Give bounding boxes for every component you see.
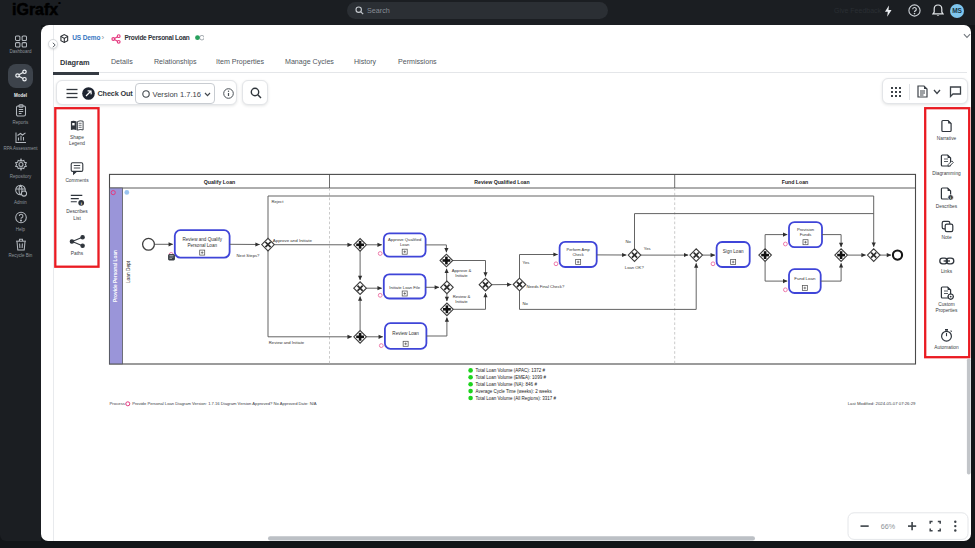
svg-text:Note: Note — [941, 235, 951, 240]
svg-text:Check: Check — [572, 252, 583, 257]
svg-text:Fund Loan: Fund Loan — [782, 179, 809, 185]
svg-text:Loan OK?: Loan OK? — [625, 265, 645, 270]
svg-text:Paths: Paths — [71, 251, 84, 256]
svg-text:Fund Loan: Fund Loan — [794, 276, 816, 281]
svg-text:Total Loan Volume (APAC): 1372: Total Loan Volume (APAC): 1372 # — [476, 368, 546, 373]
svg-text:Total Loan Volume (NA): 846 #: Total Loan Volume (NA): 846 # — [476, 382, 538, 387]
svg-text:Approve and Initiate: Approve and Initiate — [273, 238, 313, 243]
svg-text:Reject: Reject — [272, 199, 285, 204]
svg-text:Custom: Custom — [938, 302, 955, 307]
svg-text:Personal Loan: Personal Loan — [187, 243, 217, 248]
svg-text:Review Qualified Loan: Review Qualified Loan — [474, 179, 529, 185]
svg-text:Provide Personal Loan: Provide Personal Loan — [113, 250, 118, 302]
svg-text:Initiate: Initiate — [455, 299, 468, 304]
svg-text:Review &: Review & — [453, 294, 471, 299]
svg-text:Yes: Yes — [644, 246, 651, 251]
svg-text:Initiate: Initiate — [455, 273, 468, 278]
svg-text:No: No — [625, 239, 631, 244]
svg-text:Qualify Loan: Qualify Loan — [204, 179, 235, 185]
svg-text:Sign Loan: Sign Loan — [723, 249, 744, 254]
svg-text:Loan Dept: Loan Dept — [126, 260, 131, 283]
svg-text:Automation: Automation — [934, 345, 959, 350]
svg-text:Comments: Comments — [65, 178, 89, 183]
svg-text:Provide Personal Loan Diagram: Provide Personal Loan Diagram Version: 1… — [132, 401, 317, 406]
svg-text:Needs Final Check?: Needs Final Check? — [527, 284, 565, 289]
svg-text:Diagramming: Diagramming — [932, 171, 961, 176]
svg-text:i: i — [950, 196, 951, 200]
svg-text:Total Loan Volume (All Regions: Total Loan Volume (All Regions): 3317 # — [476, 396, 557, 401]
svg-text:Properties: Properties — [936, 308, 958, 313]
svg-text:Next Steps?: Next Steps? — [237, 253, 260, 258]
svg-text:Describes: Describes — [936, 204, 958, 209]
svg-text:Review and Initiate: Review and Initiate — [269, 340, 305, 345]
svg-text:Approve &: Approve & — [452, 268, 472, 273]
svg-text:Review Loan: Review Loan — [392, 331, 419, 336]
svg-text:No: No — [523, 301, 529, 306]
svg-text:List: List — [73, 216, 81, 221]
svg-text:66%: 66% — [881, 522, 896, 531]
svg-text:i: i — [81, 201, 82, 206]
svg-text:Legend: Legend — [69, 141, 85, 146]
svg-text:Links: Links — [941, 269, 953, 274]
svg-text:Total Loan Volume (EMEA): 1099: Total Loan Volume (EMEA): 1099 # — [476, 375, 547, 380]
svg-text:Review and Qualify: Review and Qualify — [182, 237, 222, 242]
svg-text:Describes: Describes — [66, 209, 88, 214]
svg-text:Process:: Process: — [110, 401, 127, 406]
svg-text:Initiate Loan File: Initiate Loan File — [389, 285, 420, 290]
svg-text:Yes: Yes — [523, 260, 530, 265]
svg-text:Average Cycle Time (weeks): 2: Average Cycle Time (weeks): 2 weeks — [476, 389, 553, 394]
svg-text:Shape: Shape — [70, 135, 84, 140]
svg-text:Loan: Loan — [400, 242, 410, 247]
svg-text:Narrative: Narrative — [937, 136, 957, 141]
svg-text:Funds: Funds — [800, 232, 812, 237]
svg-text:Last Modified: 2024-05-07 07:2: Last Modified: 2024-05-07 07:26:29 — [848, 401, 916, 406]
